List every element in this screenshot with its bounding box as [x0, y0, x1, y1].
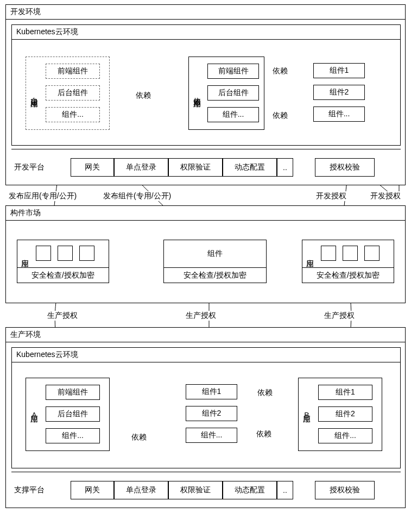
prod-auth-label: 生产授权 — [46, 311, 79, 321]
market-app-slot — [321, 246, 336, 261]
dev-platform-item: 单点登录 — [114, 158, 168, 177]
self-app-item: 前端组件 — [46, 64, 100, 79]
prod-platform-label: 支撑平台 — [13, 485, 46, 495]
market-app-right: 应用 安全检查/授权加密 — [302, 240, 394, 283]
market-security-label: 安全检查/授权加密 — [164, 267, 266, 283]
dev-platform-item: 权限验证 — [168, 158, 223, 177]
dev-k8s-container: Kubernetes云环境 自建应用 前端组件 后台组件 组件... 依赖应用 … — [11, 24, 401, 146]
self-app-box: 自建应用 前端组件 后台组件 组件... — [26, 57, 110, 130]
dep-edge-label: 依赖 — [255, 429, 273, 439]
prod-platform-item: 网关 — [71, 481, 114, 499]
prod-app-a-box: 应用A 前端组件 后台组件 组件... — [26, 378, 110, 451]
dep-app-item: 后台组件 — [207, 85, 259, 101]
prod-app-a-label: 应用A — [28, 384, 40, 445]
dep-edge-label: 依赖 — [271, 66, 289, 76]
dev-platform-label: 开发平台 — [13, 162, 46, 172]
dep-right-item: 组件2 — [313, 85, 365, 100]
market-app-left: 应用 安全检查/授权加密 — [17, 240, 109, 283]
market-app-slot — [58, 246, 73, 261]
prod-middle-item: 组件... — [186, 428, 237, 443]
self-app-item: 组件... — [46, 107, 100, 122]
prod-app-b-item: 组件2 — [318, 406, 372, 422]
publish-comp-label: 发布组件(专用/公开) — [102, 191, 172, 201]
dep-edge-label: 依赖 — [256, 388, 274, 398]
dep-edge-label: 依赖 — [130, 433, 148, 442]
prod-middle-item: 组件1 — [186, 384, 237, 399]
prod-env-title: 生产环境 — [6, 328, 405, 342]
prod-auth-label: 生产授权 — [323, 311, 356, 321]
dep-app-box: 依赖应用 前端组件 后台组件 组件... — [188, 57, 264, 130]
market-component: 组件 安全检查/授权加密 — [163, 240, 267, 283]
dev-platform-item: 网关 — [71, 158, 114, 177]
prod-app-b-item: 组件... — [318, 428, 372, 443]
prod-platform-item: 授权校验 — [315, 481, 375, 499]
market-security-label: 安全检查/授权加密 — [17, 267, 109, 283]
self-app-label: 自建应用 — [28, 62, 40, 124]
prod-platform-item: 动态配置 — [223, 481, 277, 499]
prod-platform-item: 单点登录 — [114, 481, 168, 499]
market-security-label: 安全检查/授权加密 — [302, 267, 394, 283]
dep-app-item: 组件... — [207, 107, 259, 122]
market-app-slot — [343, 246, 358, 261]
prod-app-b-box: 应用B 组件1 组件2 组件... — [298, 378, 382, 451]
prod-k8s-title: Kubernetes云环境 — [12, 348, 400, 362]
prod-app-a-item: 组件... — [46, 428, 100, 443]
dev-platform-item: 授权校验 — [315, 158, 375, 177]
dep-edge-label: 依赖 — [271, 111, 289, 121]
dep-app-label: 依赖应用 — [191, 62, 203, 124]
market-app-left-label: 应用 — [20, 243, 30, 265]
market-app-slot — [79, 246, 94, 261]
prod-platform-item: .. — [277, 481, 293, 499]
market-title: 构件市场 — [6, 206, 405, 221]
publish-app-label: 发布应用(专用/公开) — [8, 191, 78, 201]
dev-auth-label: 开发授权 — [369, 191, 402, 201]
dev-auth-label: 开发授权 — [315, 191, 347, 201]
market-component-label: 组件 — [164, 240, 266, 267]
market-app-slot — [364, 246, 380, 261]
dep-app-item: 前端组件 — [207, 64, 259, 79]
dep-right-item: 组件... — [313, 107, 365, 122]
prod-app-a-item: 后台组件 — [46, 406, 100, 422]
market-app-right-label: 应用 — [305, 243, 315, 265]
dev-platform-item: 动态配置 — [223, 158, 277, 177]
prod-app-a-item: 前端组件 — [46, 385, 100, 400]
market-container: 构件市场 应用 安全检查/授权加密 组件 安全检查/授权加密 应用 安全检查/授… — [5, 205, 406, 303]
prod-middle-item: 组件2 — [186, 406, 237, 421]
dev-k8s-title: Kubernetes云环境 — [12, 25, 400, 40]
prod-auth-label: 生产授权 — [185, 311, 217, 321]
dev-platform-item: .. — [277, 158, 293, 177]
prod-app-b-item: 组件1 — [318, 385, 372, 400]
prod-app-b-label: 应用B — [301, 384, 313, 445]
dep-right-item: 组件1 — [313, 63, 365, 78]
self-app-item: 后台组件 — [46, 85, 100, 101]
diagram-canvas: 开发环境 Kubernetes云环境 自建应用 前端组件 后台组件 组件... … — [0, 0, 411, 532]
market-app-slot — [36, 246, 51, 261]
prod-k8s-container: Kubernetes云环境 应用A 前端组件 后台组件 组件... 组件1 组件… — [11, 347, 401, 468]
dev-env-title: 开发环境 — [6, 5, 405, 20]
dep-edge-label: 依赖 — [135, 91, 152, 101]
prod-platform-item: 权限验证 — [168, 481, 223, 499]
